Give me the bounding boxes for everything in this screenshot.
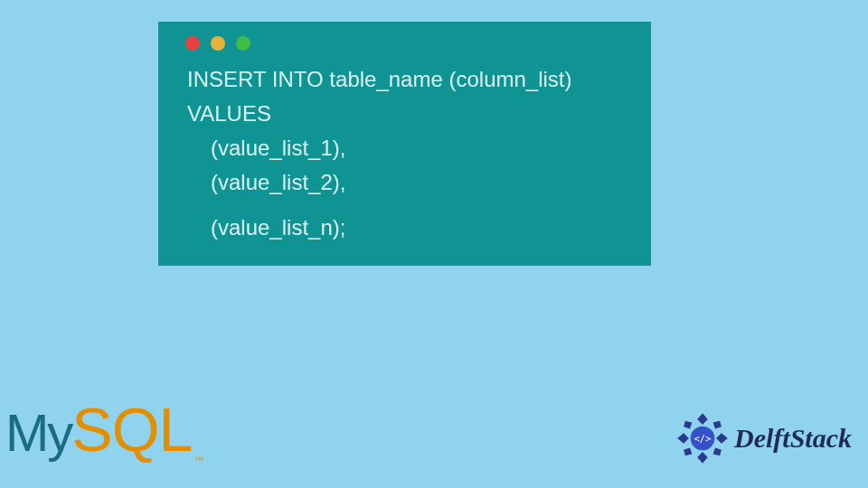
code-line: (value_list_n); <box>187 211 624 244</box>
delftstack-text: DelftStack <box>734 423 852 454</box>
mysql-logo-my: My <box>5 402 71 463</box>
code-line: VALUES <box>187 98 624 130</box>
code-line: INSERT INTO table_name (column_list) <box>187 63 624 96</box>
svg-marker-7 <box>713 447 722 455</box>
window-controls <box>158 22 651 60</box>
svg-marker-2 <box>677 433 689 444</box>
delftstack-logo: </> DelftStack <box>676 412 852 465</box>
svg-marker-0 <box>697 413 708 425</box>
delftstack-badge-icon: </> <box>676 412 729 465</box>
close-icon <box>185 36 200 51</box>
code-line: (value_list_1), <box>187 132 624 164</box>
svg-text:</>: </> <box>694 433 712 444</box>
trademark-icon: ™ <box>193 455 203 465</box>
minimize-icon <box>211 36 225 51</box>
code-block: INSERT INTO table_name (column_list) VAL… <box>158 60 651 249</box>
code-window: INSERT INTO table_name (column_list) VAL… <box>158 22 651 266</box>
maximize-icon <box>236 36 250 51</box>
mysql-logo: MySQL™ <box>5 394 202 465</box>
svg-marker-6 <box>684 447 692 455</box>
code-line: (value_list_2), <box>187 166 624 199</box>
mysql-logo-sql: SQL <box>71 394 192 465</box>
svg-marker-5 <box>713 421 722 429</box>
svg-marker-3 <box>716 433 728 444</box>
svg-marker-4 <box>684 421 692 429</box>
svg-marker-1 <box>697 452 708 464</box>
